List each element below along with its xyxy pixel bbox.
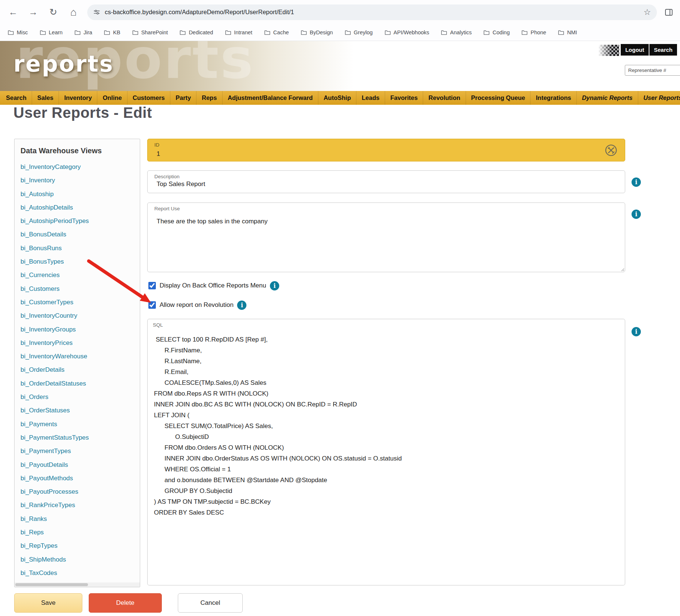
nav-item[interactable]: Inventory xyxy=(59,91,97,105)
bookmark-item[interactable]: Intranet xyxy=(225,29,252,36)
sidebar-view-link[interactable]: bi_BonusTypes xyxy=(15,255,140,268)
sidebar-view-link[interactable]: bi_RankPriceTypes xyxy=(15,499,140,512)
sidebar-view-link[interactable]: bi_OrderDetailStatuses xyxy=(15,377,140,390)
sidebar-view-link[interactable]: bi_Inventory xyxy=(15,174,140,187)
description-info-icon[interactable]: i xyxy=(632,177,641,187)
reload-icon[interactable]: ↻ xyxy=(47,6,60,19)
sidebar-title: Data Warehouse Views xyxy=(15,139,140,155)
sidebar-view-link[interactable]: bi_Customers xyxy=(15,282,140,296)
nav-item[interactable]: Online xyxy=(97,91,127,105)
bookmark-item[interactable]: Jira xyxy=(74,29,92,36)
side-panel-icon[interactable] xyxy=(664,8,673,17)
id-label: ID xyxy=(154,142,160,148)
folder-icon xyxy=(441,29,447,36)
logout-button[interactable]: Logout xyxy=(621,44,649,56)
sidebar-view-link[interactable]: bi_BonusRuns xyxy=(15,242,140,255)
sidebar-view-link[interactable]: bi_PaymentStatusTypes xyxy=(15,431,140,444)
nav-item[interactable]: Processing Queue xyxy=(466,91,531,105)
bookmark-item[interactable]: SharePoint xyxy=(132,29,168,36)
allow-report-on-revolution-checkbox[interactable] xyxy=(148,301,156,309)
bookmark-item[interactable]: Phone xyxy=(521,29,546,36)
sidebar-view-link[interactable]: bi_AutoshipDetails xyxy=(15,201,140,214)
bookmark-item[interactable]: Coding xyxy=(483,29,510,36)
nav-item[interactable]: Dynamic Reports xyxy=(577,91,638,105)
browser-toolbar: ← → ↻ ⌂ cs-backoffice.bydesign.com/Adapt… xyxy=(0,0,680,24)
url-bar[interactable]: cs-backoffice.bydesign.com/AdaptureDemo/… xyxy=(87,4,657,20)
bookmark-label: Phone xyxy=(531,29,546,35)
folder-icon xyxy=(264,29,271,36)
bookmark-item[interactable]: Dedicated xyxy=(179,29,213,36)
nav-item[interactable]: Adjustment/Balance Forward xyxy=(223,91,318,105)
nav-item[interactable]: Search xyxy=(1,91,32,105)
nav-item[interactable]: Reps xyxy=(196,91,222,105)
sql-textarea[interactable]: SELECT top 100 R.RepDID AS [Rep #], R.Fi… xyxy=(148,332,624,585)
bookmark-item[interactable]: KB xyxy=(104,29,120,36)
sidebar-view-link[interactable]: bi_Ranks xyxy=(15,512,140,526)
sidebar-view-link[interactable]: bi_RepTypes xyxy=(15,539,140,553)
forward-icon[interactable]: → xyxy=(27,6,40,19)
sidebar-view-link[interactable]: bi_Autoship xyxy=(15,188,140,201)
sidebar-view-link[interactable]: bi_PayoutProcesses xyxy=(15,485,140,499)
bookmark-item[interactable]: API/Webhooks xyxy=(384,29,429,36)
bookmark-star-icon[interactable]: ☆ xyxy=(643,7,651,17)
sidebar-view-link[interactable]: bi_InventoryPrices xyxy=(15,336,140,350)
sidebar-view-link[interactable]: bi_OrderStatuses xyxy=(15,404,140,417)
sidebar-view-link[interactable]: bi_PayoutMethods xyxy=(15,472,140,485)
main-nav: Search Sales Inventory Online Customers … xyxy=(0,91,680,105)
header-search-button[interactable]: Search xyxy=(649,44,677,56)
display-checkbox-info-icon[interactable]: i xyxy=(270,281,279,290)
sidebar-view-link[interactable]: bi_Orders xyxy=(15,390,140,404)
nav-item[interactable]: Favorites xyxy=(385,91,423,105)
sidebar-view-link[interactable]: bi_CustomerTypes xyxy=(15,296,140,309)
url-text[interactable]: cs-backoffice.bydesign.com/AdaptureDemo/… xyxy=(105,9,639,16)
nav-item[interactable]: Leads xyxy=(356,91,385,105)
sidebar-view-link[interactable]: bi_InventoryCountry xyxy=(15,309,140,323)
revolution-checkbox-label: Allow report on Revolution xyxy=(160,301,233,309)
sql-info-icon[interactable]: i xyxy=(632,327,641,336)
nav-item[interactable]: Integrations xyxy=(531,91,576,105)
sidebar-view-link[interactable]: bi_ShipMethods xyxy=(15,553,140,566)
delete-button[interactable]: Delete xyxy=(89,593,162,613)
back-icon[interactable]: ← xyxy=(7,6,19,19)
site-settings-icon[interactable] xyxy=(93,9,100,16)
display-on-back-office-checkbox[interactable] xyxy=(148,282,156,289)
sidebar-view-link[interactable]: bi_InventoryWarehouse xyxy=(15,350,140,363)
sidebar-view-link[interactable]: bi_BonusDetails xyxy=(15,228,140,241)
nav-item[interactable]: Revolution xyxy=(423,91,466,105)
nav-item[interactable]: Party xyxy=(170,91,196,105)
bookmark-item[interactable]: Cache xyxy=(264,29,289,36)
sidebar-view-link[interactable]: bi_Reps xyxy=(15,526,140,539)
bookmark-item[interactable]: Learn xyxy=(40,29,63,36)
revolution-checkbox-info-icon[interactable]: i xyxy=(237,301,246,310)
folder-icon xyxy=(521,29,528,36)
bookmark-item[interactable]: Analytics xyxy=(441,29,472,36)
report-use-info-icon[interactable]: i xyxy=(632,210,641,219)
sidebar-view-link[interactable]: bi_OrderDetails xyxy=(15,363,140,377)
bookmark-item[interactable]: ByDesign xyxy=(300,29,333,36)
sidebar-view-link[interactable]: bi_PaymentTypes xyxy=(15,444,140,458)
sidebar-horizontal-scrollbar[interactable] xyxy=(15,582,140,587)
save-button[interactable]: Save xyxy=(14,593,82,613)
nav-item[interactable]: Sales xyxy=(32,91,59,105)
nav-item[interactable]: Customers xyxy=(128,91,170,105)
sidebar-view-link[interactable]: bi_TaxCodes xyxy=(15,566,140,580)
sidebar-view-link[interactable]: bi_Payments xyxy=(15,418,140,431)
sidebar-view-link[interactable]: bi_Currencies xyxy=(15,268,140,282)
nav-item[interactable]: AutoShip xyxy=(318,91,356,105)
bookmark-item[interactable]: Greylog xyxy=(344,29,373,36)
description-input[interactable] xyxy=(157,180,604,188)
sidebar-view-link[interactable]: bi_PayoutDetails xyxy=(15,458,140,472)
bookmark-item[interactable]: Misc xyxy=(7,29,28,36)
sidebar-view-link[interactable]: bi_AutoshipPeriodTypes xyxy=(15,214,140,228)
representative-number-input[interactable] xyxy=(625,65,680,76)
sidebar-view-link[interactable]: bi_InventoryCategory xyxy=(15,160,140,174)
nav-item[interactable]: User Reports xyxy=(638,91,680,105)
bookmark-label: ByDesign xyxy=(310,29,333,35)
bookmark-label: Jira xyxy=(84,29,92,35)
bookmark-item[interactable]: NMI xyxy=(558,29,577,36)
cancel-button[interactable]: Cancel xyxy=(178,593,243,613)
home-icon[interactable]: ⌂ xyxy=(67,6,80,19)
folder-icon xyxy=(300,29,307,36)
report-use-textarea[interactable]: These are the top sales in the company xyxy=(148,215,624,271)
sidebar-view-link[interactable]: bi_InventoryGroups xyxy=(15,323,140,336)
